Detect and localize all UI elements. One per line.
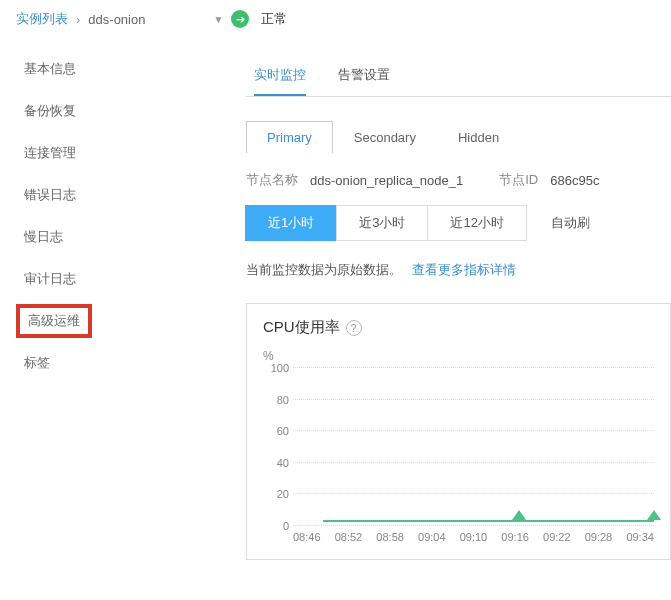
node-id-label: 节点ID bbox=[499, 171, 538, 189]
tab-secondary[interactable]: Secondary bbox=[333, 121, 437, 153]
ytick: 100 bbox=[265, 362, 289, 374]
ytick: 20 bbox=[265, 488, 289, 500]
chart-card: CPU使用率 ? % 020406080100 08:4608:5208:580… bbox=[246, 303, 671, 560]
sidebar-item-advanced[interactable]: 高级运维 bbox=[16, 304, 92, 338]
xtick: 09:28 bbox=[585, 531, 613, 543]
xtick: 08:46 bbox=[293, 531, 321, 543]
status-text: 正常 bbox=[261, 10, 287, 28]
node-name-label: 节点名称 bbox=[246, 171, 298, 189]
gridline: 80 bbox=[293, 399, 654, 400]
chart-title: CPU使用率 ? bbox=[263, 318, 654, 337]
breadcrumb-separator: › bbox=[76, 12, 80, 27]
node-info: 节点名称 dds-onion_replica_node_1 节点ID 686c9… bbox=[246, 171, 671, 189]
chart-area: % 020406080100 08:4608:5208:5809:0409:10… bbox=[263, 349, 654, 549]
breadcrumb-list-link[interactable]: 实例列表 bbox=[16, 10, 68, 28]
main-panel: 实时监控 告警设置 Primary Secondary Hidden 节点名称 … bbox=[230, 38, 671, 598]
chart-title-text: CPU使用率 bbox=[263, 318, 340, 337]
chart-xticks: 08:4608:5208:5809:0409:1009:1609:2209:28… bbox=[293, 531, 654, 543]
breadcrumb-instance: dds-onion bbox=[88, 12, 145, 27]
xtick: 08:52 bbox=[335, 531, 363, 543]
gridline: 20 bbox=[293, 493, 654, 494]
sidebar-item-connection[interactable]: 连接管理 bbox=[0, 132, 230, 174]
node-tabs: Primary Secondary Hidden bbox=[246, 121, 671, 153]
chart-grid: 020406080100 bbox=[293, 367, 654, 525]
chart-marker bbox=[647, 510, 661, 520]
node-name-value: dds-onion_replica_node_1 bbox=[310, 173, 463, 188]
gridline: 0 bbox=[293, 525, 654, 526]
tab-primary[interactable]: Primary bbox=[246, 121, 333, 153]
chart-ylabel: % bbox=[263, 349, 274, 363]
gridline: 40 bbox=[293, 462, 654, 463]
time-3h[interactable]: 近3小时 bbox=[336, 205, 428, 241]
xtick: 08:58 bbox=[376, 531, 404, 543]
ytick: 0 bbox=[265, 520, 289, 532]
description-text: 当前监控数据为原始数据。 bbox=[246, 262, 402, 277]
more-metrics-link[interactable]: 查看更多指标详情 bbox=[412, 262, 516, 277]
xtick: 09:04 bbox=[418, 531, 446, 543]
xtick: 09:10 bbox=[460, 531, 488, 543]
sidebar-item-backup[interactable]: 备份恢复 bbox=[0, 90, 230, 132]
help-icon[interactable]: ? bbox=[346, 320, 362, 336]
status-arrow-icon: ➔ bbox=[231, 10, 249, 28]
tab-alarm[interactable]: 告警设置 bbox=[338, 58, 390, 96]
sidebar-item-slowlog[interactable]: 慢日志 bbox=[0, 216, 230, 258]
gridline: 60 bbox=[293, 430, 654, 431]
gridline: 100 bbox=[293, 367, 654, 368]
time-12h[interactable]: 近12小时 bbox=[427, 205, 526, 241]
ytick: 40 bbox=[265, 457, 289, 469]
time-range: 近1小时 近3小时 近12小时 自动刷 bbox=[246, 205, 671, 241]
tab-realtime[interactable]: 实时监控 bbox=[254, 58, 306, 96]
xtick: 09:22 bbox=[543, 531, 571, 543]
auto-refresh-label: 自动刷 bbox=[551, 214, 590, 232]
node-id-value: 686c95c bbox=[550, 173, 599, 188]
xtick: 09:16 bbox=[501, 531, 529, 543]
sidebar-item-tags[interactable]: 标签 bbox=[0, 342, 230, 384]
caret-down-icon[interactable]: ▼ bbox=[213, 14, 223, 25]
sidebar-item-auditlog[interactable]: 审计日志 bbox=[0, 258, 230, 300]
main-tabs: 实时监控 告警设置 bbox=[246, 58, 671, 97]
chart-line bbox=[323, 520, 654, 522]
chart-marker bbox=[512, 510, 526, 520]
time-1h[interactable]: 近1小时 bbox=[245, 205, 337, 241]
ytick: 60 bbox=[265, 425, 289, 437]
sidebar-item-basic[interactable]: 基本信息 bbox=[0, 48, 230, 90]
breadcrumb: 实例列表 › dds-onion ▼ ➔ 正常 bbox=[0, 0, 671, 38]
sidebar: 基本信息 备份恢复 连接管理 错误日志 慢日志 审计日志 高级运维 标签 bbox=[0, 38, 230, 598]
tab-hidden[interactable]: Hidden bbox=[437, 121, 520, 153]
description: 当前监控数据为原始数据。 查看更多指标详情 bbox=[246, 261, 671, 279]
sidebar-item-errorlog[interactable]: 错误日志 bbox=[0, 174, 230, 216]
xtick: 09:34 bbox=[626, 531, 654, 543]
ytick: 80 bbox=[265, 394, 289, 406]
